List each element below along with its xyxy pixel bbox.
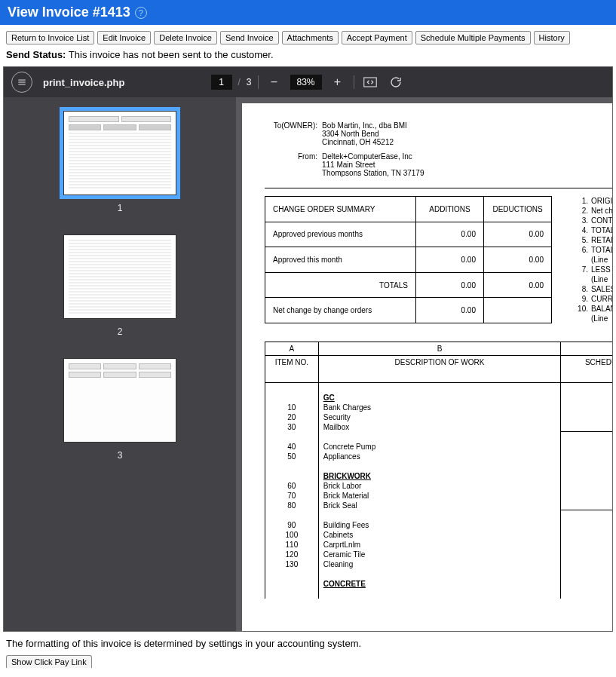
zoom-level[interactable]: 83%	[290, 75, 322, 90]
table-row: 20Security355.000.00266.25	[265, 412, 613, 422]
document-pane[interactable]: To(OWNER): Bob Martin, Inc., dba BMI 330…	[236, 97, 612, 631]
send-button[interactable]: Send Invoice	[220, 31, 279, 44]
table-row: 50Appliances4,720.000.001,180.00	[265, 452, 613, 461]
summary-line: 1.ORIGIN	[575, 196, 612, 206]
thumbnail-page-3[interactable]	[63, 358, 176, 443]
send-status-label: Send Status:	[6, 49, 66, 60]
table-row: 100Cabinets8,260.000.000.00	[265, 530, 613, 540]
col-scheduled: SCHEDULED VALUE	[561, 356, 612, 383]
zoom-out-icon[interactable]: −	[265, 72, 284, 92]
action-toolbar: Return to Invoice List Edit Invoice Dele…	[0, 25, 616, 49]
page-number-input[interactable]	[210, 75, 231, 90]
change-order-header: CHANGE ORDER SUMMARY	[265, 197, 416, 222]
table-row: 130Cleaning590.000.000.00	[265, 559, 613, 569]
summary-line: (Line	[575, 314, 612, 323]
work-table: A B C D E ST ITEM NO. DESCRIPTION OF WOR…	[265, 342, 612, 599]
show-click-pay-link-button[interactable]: Show Click Pay Link	[6, 655, 92, 668]
col-desc: DESCRIPTION OF WORK	[318, 356, 561, 383]
col-deductions: DEDUCTIONS	[484, 197, 552, 222]
send-status-text: This invoice has not been sent to the cu…	[69, 49, 274, 60]
table-row: Net change by change orders 0.00	[265, 298, 552, 323]
from-label: From:	[265, 152, 317, 177]
thumbnail-label-3: 3	[118, 450, 123, 461]
fit-page-icon[interactable]	[360, 72, 380, 92]
table-row: 10Bank Charges0.000.000.00	[265, 403, 613, 412]
table-row: TOTALS 0.00 0.00	[265, 272, 552, 298]
summary-line: 9.CURREN	[575, 294, 612, 304]
table-row: Approved previous months 0.00 0.00	[265, 222, 552, 247]
to-address: Bob Martin, Inc., dba BMI 3304 North Ben…	[322, 121, 407, 146]
summary-line: (Line	[575, 255, 612, 265]
thumbnail-page-1[interactable]	[63, 111, 176, 195]
rotate-icon[interactable]	[386, 72, 406, 92]
zoom-in-icon[interactable]: +	[328, 72, 348, 92]
send-status: Send Status: This invoice has not been s…	[0, 49, 616, 66]
table-row: Approved this month 0.00 0.00	[265, 247, 552, 273]
attachments-button[interactable]: Attachments	[282, 31, 339, 44]
pdf-filename: print_invoice.php	[43, 77, 124, 88]
history-button[interactable]: History	[534, 31, 570, 44]
summary-line: 5.RETAIN	[575, 235, 612, 245]
to-label: To(OWNER):	[265, 121, 317, 146]
pdf-viewer: print_invoice.php / 3 − 83% +	[3, 66, 613, 632]
pdf-toolbar: print_invoice.php / 3 − 83% +	[4, 67, 612, 97]
table-row: 70Brick Material1,420.000.000.00	[265, 491, 613, 501]
change-order-table: CHANGE ORDER SUMMARY ADDITIONS DEDUCTION…	[265, 196, 552, 323]
return-button[interactable]: Return to Invoice List	[6, 31, 94, 44]
schedule-payments-button[interactable]: Schedule Multiple Payments	[415, 31, 531, 44]
delete-button[interactable]: Delete Invoice	[154, 31, 217, 44]
page-separator: /	[238, 77, 240, 87]
thumbnail-label-1: 1	[118, 203, 123, 213]
section-header: CONCRETE	[265, 579, 613, 589]
summary-line: 4.TOTAL C	[575, 225, 612, 235]
summary-line: 3.CONTRA	[575, 216, 612, 225]
table-row: 30Mailbox150.000.00150.00	[265, 422, 613, 432]
formatting-note: The formatting of this invoice is determ…	[0, 632, 616, 655]
edit-button[interactable]: Edit Invoice	[97, 31, 151, 44]
hamburger-icon[interactable]	[11, 72, 32, 93]
page-title: View Invoice #1413	[8, 5, 130, 20]
subtotal-row: 4,225.000.000.00	[265, 510, 613, 520]
subtotal-row: 505.000.00416.25	[265, 432, 613, 442]
table-row: 120Ceramic Tile4,015.000.000.00	[265, 550, 613, 559]
table-row: 60Brick Labor2,655.000.000.00	[265, 481, 613, 491]
summary-line: 6.TOTAL E	[575, 245, 612, 255]
page-title-bar: View Invoice #1413 ?	[0, 0, 616, 25]
summary-line: 8.SALES T	[575, 284, 612, 294]
invoice-page: To(OWNER): Bob Martin, Inc., dba BMI 330…	[242, 103, 612, 631]
section-header: GC	[265, 393, 613, 403]
thumbnail-page-2[interactable]	[63, 234, 176, 319]
summary-line: 2.Net cha	[575, 206, 612, 216]
summary-sidebar: 1.ORIGIN2.Net cha3.CONTRA4.TOTAL C5.RETA…	[575, 196, 612, 323]
col-item-no: ITEM NO.	[265, 356, 319, 383]
help-icon[interactable]: ?	[135, 7, 147, 19]
summary-line: (Line	[575, 274, 612, 284]
summary-line: 10.BALANC	[575, 304, 612, 314]
summary-line: 7.LESS PR	[575, 265, 612, 274]
thumbnail-label-2: 2	[118, 326, 123, 337]
table-row: 80Brick Seal150.000.000.00	[265, 501, 613, 510]
accept-payment-button[interactable]: Accept Payment	[342, 31, 412, 44]
col-additions: ADDITIONS	[416, 197, 484, 222]
table-row: 40Concrete Pump1,065.000.00532.50	[265, 442, 613, 452]
table-row: 90Building Fees7,670.000.000.00	[265, 520, 613, 530]
svg-rect-3	[363, 78, 376, 87]
table-row: 110CarprtLnlm2,950.000.000.00	[265, 540, 613, 550]
section-header: BRICKWORK	[265, 471, 613, 481]
page-total: 3	[247, 77, 252, 87]
from-address: Deltek+ComputerEase, Inc 111 Main Street…	[322, 152, 424, 177]
thumbnail-pane: 1 2 3	[4, 97, 236, 631]
